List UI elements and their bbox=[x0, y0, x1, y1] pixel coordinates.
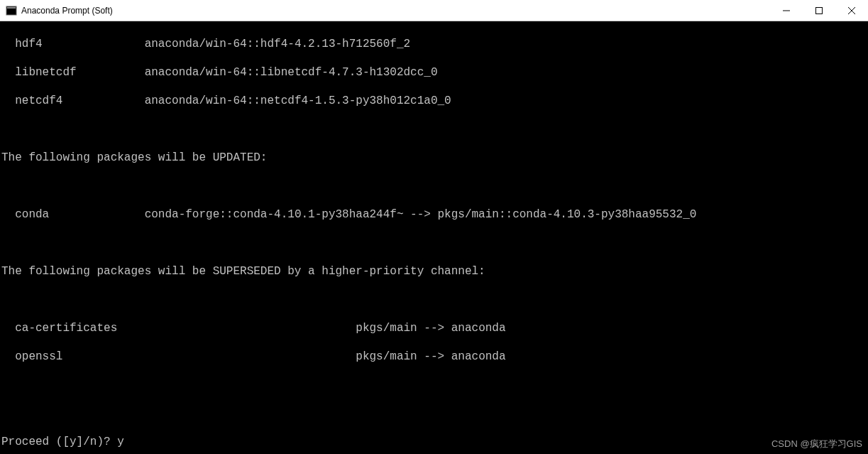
pkg-line: libnetcdf anaconda/win-64::libnetcdf-4.7… bbox=[1, 65, 868, 80]
section-header: The following packages will be UPDATED: bbox=[1, 151, 868, 165]
window-controls bbox=[770, 0, 868, 21]
minimize-button[interactable] bbox=[770, 0, 803, 21]
section-header: The following packages will be SUPERSEDE… bbox=[1, 264, 868, 279]
close-button[interactable] bbox=[835, 0, 868, 21]
app-icon bbox=[6, 5, 17, 16]
pkg-line: openssl pkgs/main --> anaconda bbox=[1, 350, 868, 364]
pkg-line: hdf4 anaconda/win-64::hdf4-4.2.13-h71256… bbox=[1, 37, 868, 51]
window-title: Anaconda Prompt (Soft) bbox=[21, 6, 113, 16]
svg-rect-1 bbox=[7, 7, 16, 9]
pkg-line: netcdf4 anaconda/win-64::netcdf4-1.5.3-p… bbox=[1, 94, 868, 108]
maximize-button[interactable] bbox=[803, 0, 835, 21]
pkg-line: ca-certificates pkgs/main --> anaconda bbox=[1, 321, 868, 335]
proceed-prompt: Proceed ([y]/n)? y bbox=[1, 435, 868, 449]
svg-rect-3 bbox=[816, 7, 823, 13]
pkg-line: conda conda-forge::conda-4.10.1-py38haa2… bbox=[1, 207, 868, 222]
watermark: CSDN @疯狂学习GIS bbox=[771, 437, 862, 451]
window-titlebar: Anaconda Prompt (Soft) bbox=[0, 0, 868, 21]
terminal-area[interactable]: hdf4 anaconda/win-64::hdf4-4.2.13-h71256… bbox=[0, 21, 868, 454]
titlebar-left: Anaconda Prompt (Soft) bbox=[0, 5, 113, 16]
